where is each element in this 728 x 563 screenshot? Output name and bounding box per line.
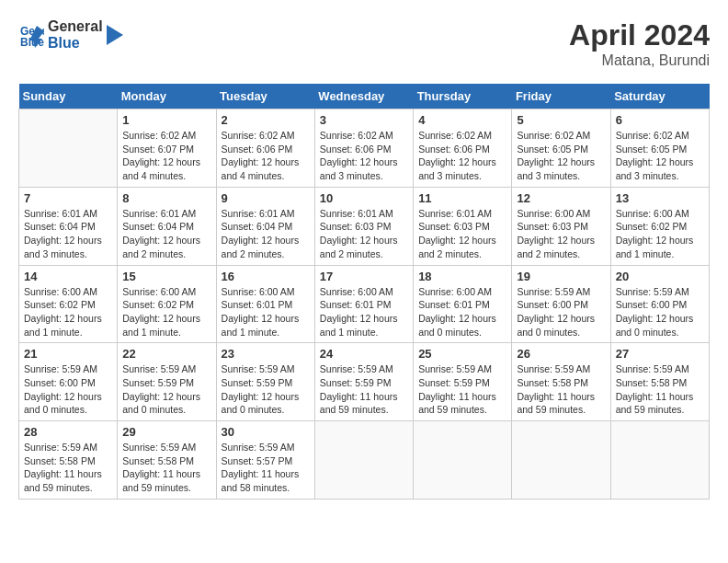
day-number: 5 [517,113,605,127]
calendar-cell: 20Sunrise: 5:59 AMSunset: 6:00 PMDayligh… [610,265,709,343]
svg-marker-3 [107,25,123,45]
calendar-cell: 6Sunrise: 6:02 AMSunset: 6:05 PMDaylight… [610,109,709,188]
calendar-cell: 7Sunrise: 6:01 AMSunset: 6:04 PMDaylight… [19,187,118,265]
day-info: Sunrise: 5:59 AMSunset: 5:59 PMDaylight:… [222,362,310,417]
weekday-header-monday: Monday [118,84,216,109]
day-info: Sunrise: 5:59 AMSunset: 5:59 PMDaylight:… [320,362,408,417]
day-number: 16 [222,270,310,283]
day-info: Sunrise: 5:59 AMSunset: 6:00 PMDaylight:… [517,285,605,339]
day-number: 26 [517,347,605,361]
weekday-header-thursday: Thursday [414,84,512,109]
calendar-cell: 15Sunrise: 6:00 AMSunset: 6:02 PMDayligh… [118,265,216,343]
day-info: Sunrise: 5:59 AMSunset: 5:58 PMDaylight:… [122,441,210,495]
day-number: 24 [320,347,408,361]
calendar-cell: 4Sunrise: 6:02 AMSunset: 6:06 PMDaylight… [414,109,512,188]
day-info: Sunrise: 6:02 AMSunset: 6:06 PMDaylight:… [320,129,408,183]
location: Matana, Burundi [569,52,710,69]
calendar-cell [610,421,709,500]
calendar-cell: 23Sunrise: 5:59 AMSunset: 5:59 PMDayligh… [216,343,314,421]
day-info: Sunrise: 5:59 AMSunset: 5:59 PMDaylight:… [418,362,506,417]
page-header: General Blue General Blue April 2024 Mat… [18,18,710,69]
week-row-1: 1Sunrise: 6:02 AMSunset: 6:07 PMDaylight… [19,109,710,188]
calendar-cell: 13Sunrise: 6:00 AMSunset: 6:02 PMDayligh… [610,187,709,265]
day-info: Sunrise: 5:59 AMSunset: 6:00 PMDaylight:… [24,362,112,417]
day-number: 15 [122,270,210,283]
day-number: 14 [24,270,112,283]
day-number: 18 [418,270,506,283]
weekday-header-tuesday: Tuesday [216,84,314,109]
calendar-cell: 1Sunrise: 6:02 AMSunset: 6:07 PMDaylight… [118,109,216,188]
day-info: Sunrise: 5:59 AMSunset: 5:58 PMDaylight:… [517,362,605,417]
calendar-cell: 26Sunrise: 5:59 AMSunset: 5:58 PMDayligh… [512,343,610,421]
calendar-cell: 8Sunrise: 6:01 AMSunset: 6:04 PMDaylight… [118,187,216,265]
day-number: 19 [517,270,605,283]
calendar-cell: 14Sunrise: 6:00 AMSunset: 6:02 PMDayligh… [19,265,118,343]
day-number: 29 [122,425,210,439]
day-info: Sunrise: 5:59 AMSunset: 5:58 PMDaylight:… [616,362,704,417]
day-info: Sunrise: 6:02 AMSunset: 6:07 PMDaylight:… [122,129,210,183]
day-info: Sunrise: 6:01 AMSunset: 6:03 PMDaylight:… [418,207,506,261]
day-info: Sunrise: 5:59 AMSunset: 5:57 PMDaylight:… [222,441,310,495]
day-number: 30 [222,425,310,439]
week-row-5: 28Sunrise: 5:59 AMSunset: 5:58 PMDayligh… [19,421,710,500]
calendar-cell [414,421,512,500]
day-number: 9 [222,191,310,205]
week-row-3: 14Sunrise: 6:00 AMSunset: 6:02 PMDayligh… [19,265,710,343]
month-year: April 2024 [569,18,710,52]
day-number: 25 [418,347,506,361]
calendar-cell [512,421,610,500]
calendar-cell: 2Sunrise: 6:02 AMSunset: 6:06 PMDaylight… [216,109,314,188]
calendar-cell: 30Sunrise: 5:59 AMSunset: 5:57 PMDayligh… [216,421,314,500]
calendar-cell: 16Sunrise: 6:00 AMSunset: 6:01 PMDayligh… [216,265,314,343]
day-info: Sunrise: 6:00 AMSunset: 6:02 PMDaylight:… [24,285,112,339]
day-info: Sunrise: 6:02 AMSunset: 6:05 PMDaylight:… [517,129,605,183]
calendar-cell: 19Sunrise: 5:59 AMSunset: 6:00 PMDayligh… [512,265,610,343]
day-number: 27 [616,347,704,361]
day-number: 8 [122,191,210,205]
day-number: 3 [320,113,408,127]
day-info: Sunrise: 6:00 AMSunset: 6:02 PMDaylight:… [616,207,704,261]
calendar-table: SundayMondayTuesdayWednesdayThursdayFrid… [18,84,710,500]
calendar-cell: 25Sunrise: 5:59 AMSunset: 5:59 PMDayligh… [414,343,512,421]
day-info: Sunrise: 6:01 AMSunset: 6:04 PMDaylight:… [122,207,210,261]
day-info: Sunrise: 6:01 AMSunset: 6:03 PMDaylight:… [320,207,408,261]
calendar-cell: 10Sunrise: 6:01 AMSunset: 6:03 PMDayligh… [314,187,413,265]
day-info: Sunrise: 6:00 AMSunset: 6:01 PMDaylight:… [320,285,408,339]
day-number: 20 [616,270,704,283]
calendar-cell [19,109,118,188]
calendar-cell [314,421,413,500]
day-number: 11 [418,191,506,205]
day-number: 13 [616,191,704,205]
calendar-cell: 9Sunrise: 6:01 AMSunset: 6:04 PMDaylight… [216,187,314,265]
day-number: 17 [320,270,408,283]
calendar-cell: 11Sunrise: 6:01 AMSunset: 6:03 PMDayligh… [414,187,512,265]
week-row-4: 21Sunrise: 5:59 AMSunset: 6:00 PMDayligh… [19,343,710,421]
day-number: 2 [222,113,310,127]
calendar-cell: 17Sunrise: 6:00 AMSunset: 6:01 PMDayligh… [314,265,413,343]
calendar-cell: 27Sunrise: 5:59 AMSunset: 5:58 PMDayligh… [610,343,709,421]
day-info: Sunrise: 6:00 AMSunset: 6:03 PMDaylight:… [517,207,605,261]
day-info: Sunrise: 5:59 AMSunset: 5:58 PMDaylight:… [24,441,112,495]
day-info: Sunrise: 6:02 AMSunset: 6:06 PMDaylight:… [418,129,506,183]
title-block: April 2024 Matana, Burundi [569,18,710,69]
day-info: Sunrise: 6:02 AMSunset: 6:06 PMDaylight:… [222,129,310,183]
logo: General Blue General Blue [18,18,123,51]
day-number: 12 [517,191,605,205]
calendar-cell: 12Sunrise: 6:00 AMSunset: 6:03 PMDayligh… [512,187,610,265]
day-info: Sunrise: 6:00 AMSunset: 6:01 PMDaylight:… [222,285,310,339]
day-info: Sunrise: 6:00 AMSunset: 6:02 PMDaylight:… [122,285,210,339]
logo-blue: Blue [48,35,103,52]
week-row-2: 7Sunrise: 6:01 AMSunset: 6:04 PMDaylight… [19,187,710,265]
weekday-header-wednesday: Wednesday [314,84,413,109]
logo-general: General [48,18,103,35]
calendar-cell: 3Sunrise: 6:02 AMSunset: 6:06 PMDaylight… [314,109,413,188]
day-number: 10 [320,191,408,205]
day-number: 22 [122,347,210,361]
day-number: 21 [24,347,112,361]
weekday-header-friday: Friday [512,84,610,109]
calendar-cell: 24Sunrise: 5:59 AMSunset: 5:59 PMDayligh… [314,343,413,421]
calendar-cell: 28Sunrise: 5:59 AMSunset: 5:58 PMDayligh… [19,421,118,500]
day-number: 4 [418,113,506,127]
calendar-cell: 29Sunrise: 5:59 AMSunset: 5:58 PMDayligh… [118,421,216,500]
day-number: 1 [122,113,210,127]
